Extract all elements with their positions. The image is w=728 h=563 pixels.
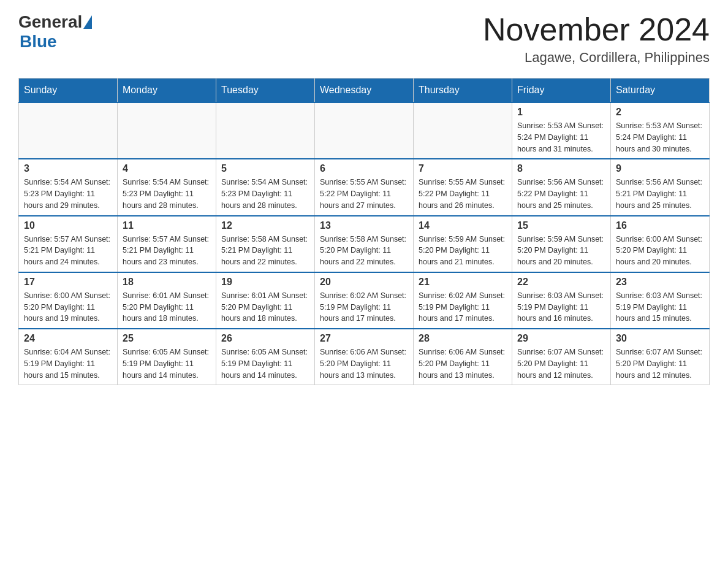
page-header: General Blue November 2024 Lagawe, Cordi… (18, 12, 710, 66)
calendar-cell: 22Sunrise: 6:03 AM Sunset: 5:19 PM Dayli… (512, 272, 611, 329)
day-number: 9 (616, 163, 704, 174)
day-number: 4 (123, 163, 211, 174)
day-info: Sunrise: 6:02 AM Sunset: 5:19 PM Dayligh… (419, 290, 507, 324)
logo: General Blue (18, 12, 92, 52)
calendar-cell: 27Sunrise: 6:06 AM Sunset: 5:20 PM Dayli… (315, 329, 414, 385)
calendar-cell: 10Sunrise: 5:57 AM Sunset: 5:21 PM Dayli… (19, 216, 118, 272)
day-info: Sunrise: 6:06 AM Sunset: 5:20 PM Dayligh… (419, 347, 507, 381)
day-number: 12 (221, 220, 309, 231)
day-number: 1 (517, 107, 605, 118)
column-header-sunday: Sunday (19, 79, 118, 103)
column-header-thursday: Thursday (414, 79, 512, 103)
day-info: Sunrise: 6:01 AM Sunset: 5:20 PM Dayligh… (123, 290, 211, 324)
calendar-week-row: 10Sunrise: 5:57 AM Sunset: 5:21 PM Dayli… (19, 216, 710, 272)
calendar-cell: 17Sunrise: 6:00 AM Sunset: 5:20 PM Dayli… (19, 272, 118, 329)
calendar-week-row: 24Sunrise: 6:04 AM Sunset: 5:19 PM Dayli… (19, 329, 710, 385)
logo-triangle-icon (83, 15, 92, 29)
day-number: 25 (123, 333, 211, 344)
calendar-cell: 3Sunrise: 5:54 AM Sunset: 5:23 PM Daylig… (19, 159, 118, 215)
column-header-friday: Friday (512, 79, 611, 103)
calendar-week-row: 1Sunrise: 5:53 AM Sunset: 5:24 PM Daylig… (19, 102, 710, 159)
day-info: Sunrise: 5:56 AM Sunset: 5:21 PM Dayligh… (616, 177, 704, 211)
calendar-cell: 12Sunrise: 5:58 AM Sunset: 5:21 PM Dayli… (216, 216, 315, 272)
day-info: Sunrise: 5:57 AM Sunset: 5:21 PM Dayligh… (24, 234, 112, 268)
calendar-cell: 9Sunrise: 5:56 AM Sunset: 5:21 PM Daylig… (611, 159, 710, 215)
day-info: Sunrise: 5:54 AM Sunset: 5:23 PM Dayligh… (24, 177, 112, 211)
day-number: 15 (517, 220, 605, 231)
day-info: Sunrise: 5:59 AM Sunset: 5:20 PM Dayligh… (419, 234, 507, 268)
title-section: November 2024 Lagawe, Cordillera, Philip… (483, 12, 710, 66)
calendar-cell: 25Sunrise: 6:05 AM Sunset: 5:19 PM Dayli… (118, 329, 216, 385)
calendar-table: SundayMondayTuesdayWednesdayThursdayFrid… (18, 78, 710, 385)
calendar-cell: 5Sunrise: 5:54 AM Sunset: 5:23 PM Daylig… (216, 159, 315, 215)
column-header-wednesday: Wednesday (315, 79, 414, 103)
calendar-cell: 6Sunrise: 5:55 AM Sunset: 5:22 PM Daylig… (315, 159, 414, 215)
calendar-cell: 21Sunrise: 6:02 AM Sunset: 5:19 PM Dayli… (414, 272, 512, 329)
calendar-cell: 18Sunrise: 6:01 AM Sunset: 5:20 PM Dayli… (118, 272, 216, 329)
calendar-cell (414, 102, 512, 159)
calendar-cell: 1Sunrise: 5:53 AM Sunset: 5:24 PM Daylig… (512, 102, 611, 159)
day-number: 14 (419, 220, 507, 231)
day-number: 16 (616, 220, 704, 231)
day-info: Sunrise: 5:57 AM Sunset: 5:21 PM Dayligh… (123, 234, 211, 268)
calendar-cell: 28Sunrise: 6:06 AM Sunset: 5:20 PM Dayli… (414, 329, 512, 385)
column-header-saturday: Saturday (611, 79, 710, 103)
day-info: Sunrise: 5:53 AM Sunset: 5:24 PM Dayligh… (517, 120, 605, 155)
calendar-week-row: 3Sunrise: 5:54 AM Sunset: 5:23 PM Daylig… (19, 159, 710, 215)
day-info: Sunrise: 5:54 AM Sunset: 5:23 PM Dayligh… (221, 177, 309, 211)
day-info: Sunrise: 6:07 AM Sunset: 5:20 PM Dayligh… (517, 347, 605, 381)
day-number: 18 (123, 277, 211, 288)
day-number: 17 (24, 277, 112, 288)
calendar-cell: 15Sunrise: 5:59 AM Sunset: 5:20 PM Dayli… (512, 216, 611, 272)
calendar-cell: 11Sunrise: 5:57 AM Sunset: 5:21 PM Dayli… (118, 216, 216, 272)
day-number: 22 (517, 277, 605, 288)
day-number: 13 (320, 220, 408, 231)
day-info: Sunrise: 6:01 AM Sunset: 5:20 PM Dayligh… (221, 290, 309, 324)
day-info: Sunrise: 5:55 AM Sunset: 5:22 PM Dayligh… (320, 177, 408, 211)
day-number: 2 (616, 107, 704, 118)
calendar-cell: 30Sunrise: 6:07 AM Sunset: 5:20 PM Dayli… (611, 329, 710, 385)
location-title: Lagawe, Cordillera, Philippines (483, 50, 710, 66)
day-info: Sunrise: 6:07 AM Sunset: 5:20 PM Dayligh… (616, 347, 704, 381)
calendar-cell (216, 102, 315, 159)
day-number: 29 (517, 333, 605, 344)
day-info: Sunrise: 5:58 AM Sunset: 5:20 PM Dayligh… (320, 234, 408, 268)
day-number: 30 (616, 333, 704, 344)
calendar-cell: 7Sunrise: 5:55 AM Sunset: 5:22 PM Daylig… (414, 159, 512, 215)
day-info: Sunrise: 5:55 AM Sunset: 5:22 PM Dayligh… (419, 177, 507, 211)
day-number: 11 (123, 220, 211, 231)
day-number: 20 (320, 277, 408, 288)
calendar-cell: 14Sunrise: 5:59 AM Sunset: 5:20 PM Dayli… (414, 216, 512, 272)
calendar-cell: 13Sunrise: 5:58 AM Sunset: 5:20 PM Dayli… (315, 216, 414, 272)
calendar-header-row: SundayMondayTuesdayWednesdayThursdayFrid… (19, 79, 710, 103)
day-info: Sunrise: 6:03 AM Sunset: 5:19 PM Dayligh… (616, 290, 704, 324)
column-header-monday: Monday (118, 79, 216, 103)
calendar-cell: 4Sunrise: 5:54 AM Sunset: 5:23 PM Daylig… (118, 159, 216, 215)
day-info: Sunrise: 6:06 AM Sunset: 5:20 PM Dayligh… (320, 347, 408, 381)
calendar-cell (118, 102, 216, 159)
day-info: Sunrise: 6:04 AM Sunset: 5:19 PM Dayligh… (24, 347, 112, 381)
calendar-cell: 20Sunrise: 6:02 AM Sunset: 5:19 PM Dayli… (315, 272, 414, 329)
calendar-cell (19, 102, 118, 159)
day-info: Sunrise: 6:02 AM Sunset: 5:19 PM Dayligh… (320, 290, 408, 324)
calendar-cell (315, 102, 414, 159)
calendar-cell: 29Sunrise: 6:07 AM Sunset: 5:20 PM Dayli… (512, 329, 611, 385)
calendar-cell: 2Sunrise: 5:53 AM Sunset: 5:24 PM Daylig… (611, 102, 710, 159)
day-info: Sunrise: 5:56 AM Sunset: 5:22 PM Dayligh… (517, 177, 605, 211)
day-number: 5 (221, 163, 309, 174)
day-number: 23 (616, 277, 704, 288)
month-title: November 2024 (483, 12, 710, 47)
calendar-week-row: 17Sunrise: 6:00 AM Sunset: 5:20 PM Dayli… (19, 272, 710, 329)
day-info: Sunrise: 6:03 AM Sunset: 5:19 PM Dayligh… (517, 290, 605, 324)
day-number: 3 (24, 163, 112, 174)
day-number: 19 (221, 277, 309, 288)
calendar-cell: 8Sunrise: 5:56 AM Sunset: 5:22 PM Daylig… (512, 159, 611, 215)
day-number: 10 (24, 220, 112, 231)
column-header-tuesday: Tuesday (216, 79, 315, 103)
day-number: 24 (24, 333, 112, 344)
day-number: 6 (320, 163, 408, 174)
day-number: 28 (419, 333, 507, 344)
day-info: Sunrise: 6:05 AM Sunset: 5:19 PM Dayligh… (221, 347, 309, 381)
day-number: 21 (419, 277, 507, 288)
calendar-cell: 23Sunrise: 6:03 AM Sunset: 5:19 PM Dayli… (611, 272, 710, 329)
